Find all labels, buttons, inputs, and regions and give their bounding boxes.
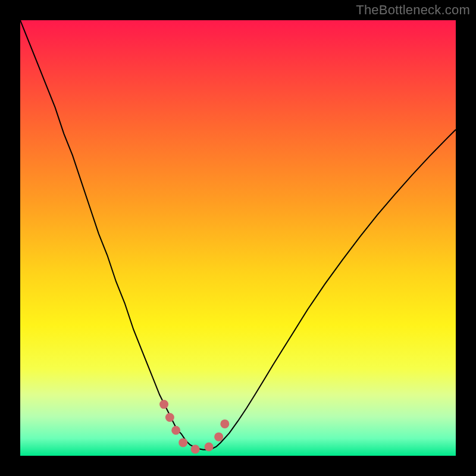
chart-frame: TheBottleneck.com — [0, 0, 476, 476]
gradient-background — [20, 20, 456, 456]
chart-svg — [20, 20, 456, 456]
plot-area — [20, 20, 456, 456]
watermark-text: TheBottleneck.com — [356, 2, 470, 18]
